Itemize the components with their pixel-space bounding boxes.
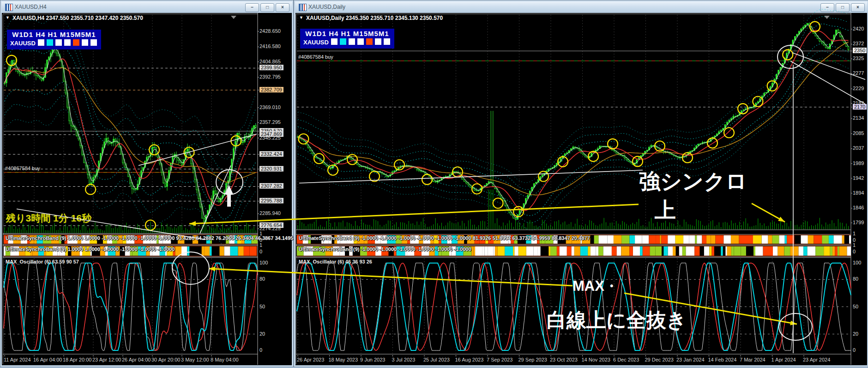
restore-button[interactable]: □: [836, 3, 850, 12]
titlebar-h4[interactable]: XAUUSD,H4 – □ ×: [1, 1, 292, 13]
annotation-text: MAX・: [573, 276, 619, 296]
mt4-workspace: XAUUSD,H4 – □ × XAUUSD,Daily – □ × ▼XAUU…: [0, 0, 868, 368]
annotation-text: 上: [655, 196, 676, 225]
minimize-button[interactable]: –: [245, 3, 259, 12]
close-button[interactable]: ×: [276, 3, 289, 12]
chart-window-icon: [5, 4, 13, 11]
restore-button[interactable]: □: [260, 3, 274, 12]
chart-area-h4[interactable]: [2, 13, 292, 365]
minimize-button[interactable]: –: [820, 3, 834, 12]
window-title: XAUUSD,Daily: [308, 4, 345, 10]
window-title: XAUUSD,H4: [15, 4, 47, 10]
close-button[interactable]: ×: [851, 3, 865, 12]
annotation-text: 白線上に全抜き: [547, 307, 687, 334]
annotation-text: 強シンクロ: [639, 167, 747, 196]
chart-window-h4: XAUUSD,H4 – □ ×: [0, 0, 294, 367]
chart-window-icon: [299, 4, 307, 11]
titlebar-daily[interactable]: XAUUSD,Daily – □ ×: [295, 1, 868, 13]
